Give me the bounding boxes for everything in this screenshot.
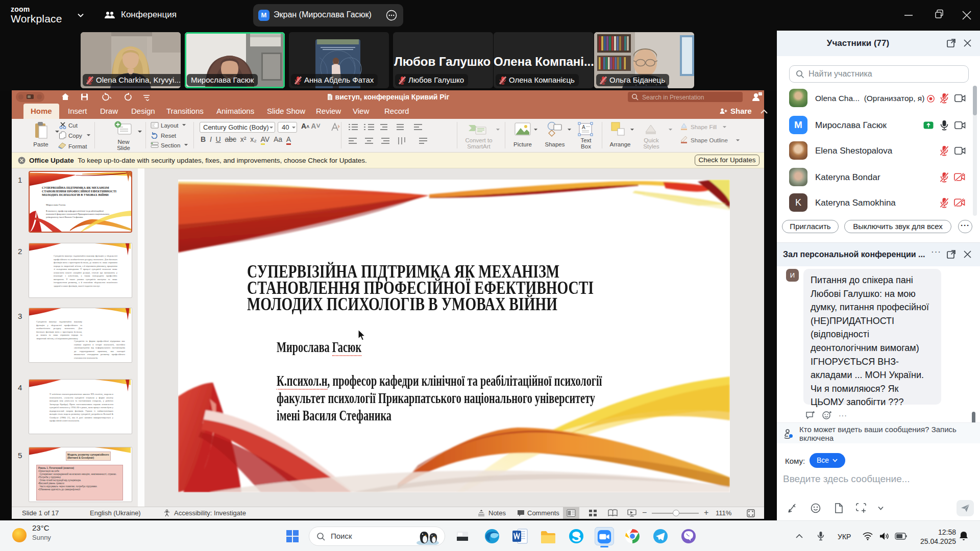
svg-text:A: A [582,124,585,130]
